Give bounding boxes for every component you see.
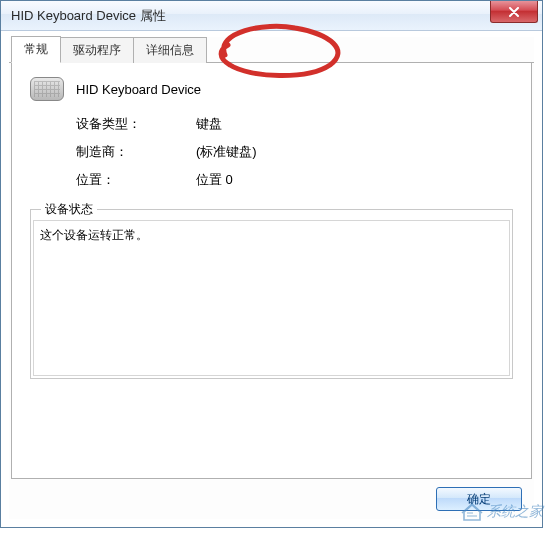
- status-legend: 设备状态: [41, 201, 97, 218]
- close-button[interactable]: [490, 1, 538, 23]
- row-device-type: 设备类型： 键盘: [76, 115, 513, 133]
- keyboard-icon: [30, 77, 64, 101]
- status-textarea[interactable]: 这个设备运转正常。: [33, 220, 510, 376]
- tab-panel-general: HID Keyboard Device 设备类型： 键盘 制造商： (标准键盘)…: [11, 63, 532, 479]
- value-manufacturer: (标准键盘): [196, 143, 257, 161]
- device-status-group: 设备状态 这个设备运转正常。: [30, 209, 513, 379]
- ok-button[interactable]: 确定: [436, 487, 522, 511]
- window-title: HID Keyboard Device 属性: [11, 7, 166, 25]
- tab-strip: 常规 驱动程序 详细信息: [9, 37, 534, 63]
- label-location: 位置：: [76, 171, 196, 189]
- titlebar[interactable]: HID Keyboard Device 属性: [1, 1, 542, 31]
- value-location: 位置 0: [196, 171, 233, 189]
- label-manufacturer: 制造商：: [76, 143, 196, 161]
- device-header: HID Keyboard Device: [30, 77, 513, 101]
- label-device-type: 设备类型：: [76, 115, 196, 133]
- tab-details[interactable]: 详细信息: [133, 37, 207, 63]
- row-location: 位置： 位置 0: [76, 171, 513, 189]
- close-icon: [508, 7, 520, 17]
- device-info: 设备类型： 键盘 制造商： (标准键盘) 位置： 位置 0: [76, 115, 513, 189]
- properties-dialog: HID Keyboard Device 属性 常规 驱动程序 详细信息 HID …: [0, 0, 543, 528]
- client-area: 常规 驱动程序 详细信息 HID Keyboard Device 设备类型： 键…: [9, 37, 534, 519]
- row-manufacturer: 制造商： (标准键盘): [76, 143, 513, 161]
- tab-driver[interactable]: 驱动程序: [60, 37, 134, 63]
- value-device-type: 键盘: [196, 115, 222, 133]
- tab-general[interactable]: 常规: [11, 36, 61, 63]
- device-name: HID Keyboard Device: [76, 82, 201, 97]
